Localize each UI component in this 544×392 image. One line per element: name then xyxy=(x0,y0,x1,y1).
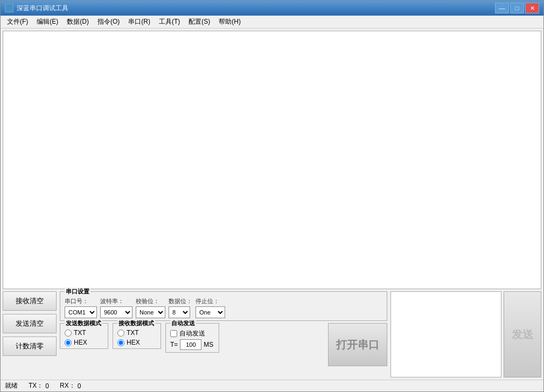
send-hex-input[interactable] xyxy=(65,339,72,346)
menu-config[interactable]: 配置(S) xyxy=(184,16,214,27)
window-controls: — □ ✕ xyxy=(495,3,539,13)
titlebar: 深蓝串口调试工具 — □ ✕ xyxy=(1,1,543,16)
send-txt-radio[interactable]: TXT xyxy=(65,329,103,337)
recv-mode-group: TXT HEX xyxy=(117,329,156,346)
send-textarea-wrap xyxy=(390,291,501,377)
data-field: 数据位： 8 7 xyxy=(169,297,192,318)
statusbar: 就绪 TX： 0 RX： 0 xyxy=(1,380,543,391)
baud-select[interactable]: 9600 4800 19200 115200 xyxy=(100,306,132,318)
serial-settings-title: 串口设置 xyxy=(65,288,90,296)
menu-edit[interactable]: 编辑(E) xyxy=(32,16,62,27)
settings-panel: 串口设置 串口号： COM1 COM2 COM3 波特率： xyxy=(60,291,387,377)
menu-help[interactable]: 帮助(H) xyxy=(214,16,245,27)
left-buttons: 接收清空 发送清空 计数清零 xyxy=(3,291,57,377)
menu-file[interactable]: 文件(F) xyxy=(3,16,32,27)
port-select[interactable]: COM1 COM2 COM3 xyxy=(65,306,97,318)
baud-field: 波特率： 9600 4800 19200 115200 xyxy=(100,297,132,318)
status-label: 就绪 xyxy=(5,381,18,390)
stop-label: 停止位： xyxy=(196,297,219,305)
tx-status: TX： 0 xyxy=(29,381,49,390)
app-icon xyxy=(5,4,13,12)
send-mode-group: TXT HEX xyxy=(65,329,103,346)
send-panel: 发送 xyxy=(390,291,541,377)
port-field: 串口号： COM1 COM2 COM3 xyxy=(65,297,97,318)
recv-hex-label: HEX xyxy=(127,339,140,346)
auto-send-label: 自动发送 xyxy=(179,329,205,338)
menu-data[interactable]: 数据(D) xyxy=(62,16,93,27)
modes-row: 发送数据模式 TXT HEX xyxy=(60,323,387,366)
menu-command[interactable]: 指令(O) xyxy=(93,16,124,27)
recv-mode-title: 接收数据模式 xyxy=(117,319,155,327)
auto-send-box: 自动发送 自动发送 T= MS xyxy=(165,323,219,353)
serial-row: 串口号： COM1 COM2 COM3 波特率： 9600 4800 xyxy=(65,297,382,318)
menu-tools[interactable]: 工具(T) xyxy=(155,16,184,27)
serial-settings-box: 串口设置 串口号： COM1 COM2 COM3 波特率： xyxy=(60,291,387,321)
send-hex-label: HEX xyxy=(74,339,87,346)
tx-label: TX： xyxy=(29,381,43,390)
main-area: 接收清空 发送清空 计数清零 串口设置 串口号： COM1 COM2 xyxy=(1,29,543,380)
open-port-button[interactable]: 打开串口 xyxy=(328,323,387,366)
send-txt-input[interactable] xyxy=(65,330,72,337)
main-window: 深蓝串口调试工具 — □ ✕ 文件(F) 编辑(E) 数据(D) 指令(O) 串… xyxy=(0,0,544,392)
maximize-button[interactable]: □ xyxy=(510,3,524,13)
recv-txt-label: TXT xyxy=(127,329,139,337)
auto-send-title: 自动发送 xyxy=(170,319,196,327)
receive-textarea[interactable] xyxy=(3,31,541,289)
data-select[interactable]: 8 7 xyxy=(169,306,190,318)
recv-hex-input[interactable] xyxy=(117,339,124,346)
baud-label: 波特率： xyxy=(100,297,124,305)
send-hex-radio[interactable]: HEX xyxy=(65,339,103,346)
window-title: 深蓝串口调试工具 xyxy=(17,4,495,13)
data-label: 数据位： xyxy=(169,297,192,305)
recv-txt-radio[interactable]: TXT xyxy=(117,329,156,337)
send-mode-box: 发送数据模式 TXT HEX xyxy=(60,323,108,349)
auto-send-content: 自动发送 T= MS xyxy=(170,329,214,350)
t-row: T= MS xyxy=(170,339,214,350)
bottom-panel: 接收清空 发送清空 计数清零 串口设置 串口号： COM1 COM2 xyxy=(3,291,541,377)
auto-send-checkbox-label[interactable]: 自动发送 xyxy=(170,329,214,338)
menu-port[interactable]: 串口(R) xyxy=(124,16,155,27)
rx-status: RX： 0 xyxy=(60,381,81,390)
t-input[interactable] xyxy=(180,339,201,350)
recv-hex-radio[interactable]: HEX xyxy=(117,339,156,346)
port-label: 串口号： xyxy=(65,297,88,305)
send-txt-label: TXT xyxy=(74,329,86,337)
send-mode-title: 发送数据模式 xyxy=(65,319,102,327)
send-clear-button[interactable]: 发送清空 xyxy=(3,314,57,333)
auto-send-checkbox[interactable] xyxy=(170,330,177,337)
stop-select[interactable]: One Two xyxy=(196,306,225,318)
rx-label: RX： xyxy=(60,381,75,390)
stop-field: 停止位： One Two xyxy=(196,297,225,318)
recv-mode-box: 接收数据模式 TXT HEX xyxy=(113,323,161,349)
minimize-button[interactable]: — xyxy=(495,3,509,13)
receive-area xyxy=(3,31,541,289)
check-field: 校验位： None Odd Even xyxy=(136,297,165,318)
send-button[interactable]: 发送 xyxy=(504,291,541,377)
recv-txt-input[interactable] xyxy=(117,330,124,337)
menubar: 文件(F) 编辑(E) 数据(D) 指令(O) 串口(R) 工具(T) 配置(S… xyxy=(1,16,543,29)
tx-value: 0 xyxy=(45,382,49,390)
ms-label: MS xyxy=(204,341,213,348)
send-textarea[interactable] xyxy=(391,292,501,377)
check-select[interactable]: None Odd Even xyxy=(136,306,165,318)
rx-value: 0 xyxy=(78,382,81,390)
count-clear-button[interactable]: 计数清零 xyxy=(3,337,57,356)
check-label: 校验位： xyxy=(136,297,159,305)
close-button[interactable]: ✕ xyxy=(525,3,539,13)
t-label: T= xyxy=(170,341,178,348)
recv-clear-button[interactable]: 接收清空 xyxy=(3,291,57,311)
